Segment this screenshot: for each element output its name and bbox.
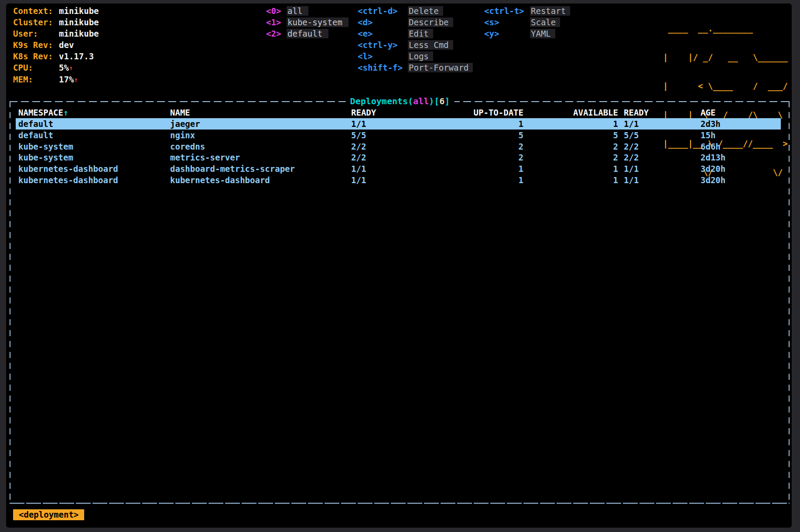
hotkey-item-yaml[interactable]: <y>YAML xyxy=(484,28,570,39)
namespace-item-default[interactable]: <2>default xyxy=(266,28,349,39)
hotkey-item-delete[interactable]: <ctrl-d>Delete xyxy=(358,5,473,17)
info-value: minikube xyxy=(59,6,99,16)
hotkey-label: Delete xyxy=(408,6,443,16)
hotkey-key: <ctrl-d> xyxy=(358,5,408,17)
table-row[interactable]: kube-system metrics-server 2/2 2 2 2/2 2… xyxy=(16,152,781,163)
cell-name: coredns xyxy=(170,141,351,152)
cell-ready2: 2/2 xyxy=(618,152,701,163)
cell-name: nginx xyxy=(170,130,351,141)
logo-line: ____ __.________ xyxy=(663,24,788,33)
hotkey-key: <y> xyxy=(484,28,530,39)
cell-up-to-date: 1 xyxy=(395,118,523,130)
info-value: v1.17.3 xyxy=(59,51,94,61)
cell-ready2: 5/5 xyxy=(618,130,701,141)
table-header-row: NAMESPACE↑ NAME READY UP-TO-DATE AVAILAB… xyxy=(16,107,781,118)
info-row-mem: MEM:17%↑ xyxy=(13,74,99,85)
hotkey-label: Less Cmd xyxy=(408,40,453,50)
cell-namespace: kubernetes-dashboard xyxy=(18,174,170,186)
sort-ascending-icon: ↑ xyxy=(63,108,68,117)
mem-percentage: 17% xyxy=(59,75,74,84)
k9s-app-window: Context:minikube Cluster:minikube User:m… xyxy=(0,0,800,532)
cell-ready: 2/2 xyxy=(351,152,395,163)
cell-up-to-date: 1 xyxy=(395,163,523,174)
cell-age: 6d6h xyxy=(701,141,781,152)
table-border-bottom xyxy=(10,503,790,504)
info-row-k9s-rev: K9s Rev:dev xyxy=(13,39,99,51)
info-row-user: User:minikube xyxy=(13,28,99,39)
info-row-cpu: CPU:5%↑ xyxy=(13,62,99,74)
table-row[interactable]: default nginx 5/5 5 5 5/5 15h xyxy=(16,130,781,141)
hotkey-key: <s> xyxy=(484,17,530,28)
hotkey-key: <shift-f> xyxy=(358,62,408,73)
hotkey-label: Describe xyxy=(408,17,453,27)
view-title-resource: Deployments xyxy=(350,96,408,106)
hotkey-item-describe[interactable]: <d>Describe xyxy=(358,17,473,28)
namespace-label: default xyxy=(287,29,328,38)
hotkey-label: Edit xyxy=(408,29,433,38)
cell-age: 2d3h xyxy=(701,118,781,130)
cell-ready: 1/1 xyxy=(351,163,395,174)
cell-available: 2 xyxy=(523,152,618,163)
cell-ready2: 1/1 xyxy=(618,163,701,174)
view-title-bracket: [ xyxy=(434,96,439,106)
hotkey-item-logs[interactable]: <l>Logs xyxy=(358,51,473,62)
cell-available: 5 xyxy=(523,130,618,141)
cell-up-to-date: 2 xyxy=(395,141,523,152)
column-header-ready2[interactable]: READY xyxy=(618,107,701,118)
cell-up-to-date: 1 xyxy=(395,174,523,186)
cell-available: 1 xyxy=(523,163,618,174)
hotkey-item-less-cmd[interactable]: <ctrl-y>Less Cmd xyxy=(358,39,473,51)
cell-namespace: default xyxy=(18,118,170,130)
breadcrumb-deployment[interactable]: <deployment> xyxy=(13,509,84,520)
column-header-age[interactable]: AGE xyxy=(701,107,781,118)
info-label: Context: xyxy=(13,5,59,17)
info-label: MEM: xyxy=(13,74,59,85)
cell-name: metrics-server xyxy=(170,152,351,163)
table-row[interactable]: kubernetes-dashboard kubernetes-dashboar… xyxy=(16,174,781,186)
hotkey-item-edit[interactable]: <e>Edit xyxy=(358,28,473,39)
cell-age: 3d20h xyxy=(701,174,781,186)
view-title-scope: all xyxy=(413,96,429,106)
cell-name: kubernetes-dashboard xyxy=(170,174,351,186)
table-row-selected[interactable]: default jaeger 1/1 1 1 1/1 2d3h xyxy=(16,118,781,130)
hotkey-item-restart[interactable]: <ctrl-t>Restart xyxy=(484,5,570,17)
table-row[interactable]: kube-system coredns 2/2 2 2 2/2 6d6h xyxy=(16,141,781,152)
column-header-name[interactable]: NAME xyxy=(170,107,351,118)
table-row[interactable]: kubernetes-dashboard dashboard-metrics-s… xyxy=(16,163,781,174)
hotkey-key: <ctrl-t> xyxy=(484,5,530,17)
info-row-k8s-rev: K8s Rev:v1.17.3 xyxy=(13,51,99,62)
info-row-cluster: Cluster:minikube xyxy=(13,17,99,28)
cell-namespace: default xyxy=(18,130,170,141)
column-header-namespace[interactable]: NAMESPACE↑ xyxy=(18,107,170,118)
hotkey-key: <ctrl-y> xyxy=(358,39,408,51)
column-header-available[interactable]: AVAILABLE xyxy=(523,107,618,118)
namespace-label: kube-system xyxy=(287,17,349,27)
column-header-ready[interactable]: READY xyxy=(351,107,395,118)
cell-up-to-date: 2 xyxy=(395,152,523,163)
cell-ready: 2/2 xyxy=(351,141,395,152)
shortcut-key: <1> xyxy=(266,17,287,28)
hotkey-item-port-forward[interactable]: <shift-f>Port-Forward xyxy=(358,62,473,73)
column-header-up-to-date[interactable]: UP-TO-DATE xyxy=(395,107,523,118)
cpu-percentage: 5% xyxy=(59,63,69,72)
hotkey-item-scale[interactable]: <s>Scale xyxy=(484,17,570,28)
hotkey-menu-column-1: <ctrl-d>Delete <d>Describe <e>Edit <ctrl… xyxy=(358,5,473,73)
info-row-context: Context:minikube xyxy=(13,5,99,17)
namespace-item-all[interactable]: <0>all xyxy=(266,5,349,17)
trend-up-icon: ↑ xyxy=(69,64,73,72)
logo-line: | < \____ / ___/ xyxy=(663,81,788,91)
cell-ready: 1/1 xyxy=(351,174,395,186)
cell-available: 1 xyxy=(523,174,618,186)
info-label: CPU: xyxy=(13,62,59,73)
view-title-bracket: ] xyxy=(444,96,450,106)
hotkey-key: <l> xyxy=(358,51,408,62)
info-value: minikube xyxy=(59,17,99,27)
cell-namespace: kubernetes-dashboard xyxy=(18,163,170,174)
cell-up-to-date: 5 xyxy=(395,130,523,141)
namespace-item-kube-system[interactable]: <1>kube-system xyxy=(266,17,349,28)
cell-ready2: 1/1 xyxy=(618,174,701,186)
hotkey-key: <e> xyxy=(358,28,408,39)
cell-ready: 1/1 xyxy=(351,118,395,130)
cell-age: 15h xyxy=(701,130,781,141)
shortcut-key: <0> xyxy=(266,5,287,17)
